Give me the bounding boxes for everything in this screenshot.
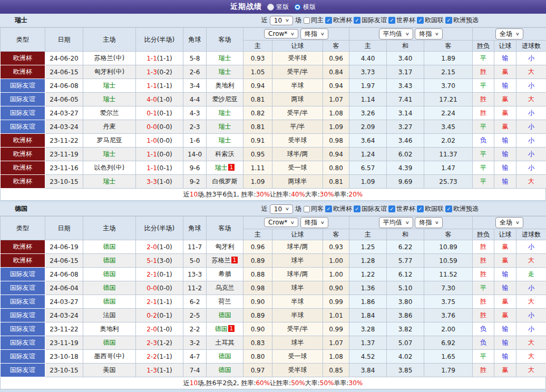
same-venue-checkbox[interactable] <box>304 17 310 24</box>
competition-filter-世界杯[interactable]: ✓世界杯 <box>388 16 415 25</box>
handicap-cell: 受一球 <box>272 161 323 175</box>
competition-filter-欧国联[interactable]: ✓欧国联 <box>417 204 444 213</box>
handicap-cell: 球半 <box>272 254 323 268</box>
final-odds-select[interactable]: 终指∨ <box>300 217 328 228</box>
column-header-1: 日期 <box>45 217 83 240</box>
handicap-cell: 受半球 <box>272 52 323 65</box>
competition-checkbox[interactable]: ✓ <box>445 17 452 24</box>
score-cell: 2-2(1-1) <box>136 350 183 364</box>
competition-checkbox[interactable]: ✓ <box>417 205 424 212</box>
summary-row: 近10场,胜6平2负2, 胜率:60% 让胜率:50% 大率:50% 单率:30… <box>0 377 546 389</box>
match-row: 国际友谊24-06-08德国2-1(0-1)13-3希腊0.88球半/两1.00… <box>1 268 546 281</box>
handicap-result-cell: 赢 <box>494 364 516 377</box>
competition-filter-欧国联[interactable]: ✓欧国联 <box>417 16 444 25</box>
goals-result-cell: 大 <box>516 175 546 189</box>
win-draw-loss-cell: 平 <box>473 350 494 364</box>
final-average-select[interactable]: 终指∨ <box>415 28 443 40</box>
away-team-cell: 瑞士 <box>207 134 243 148</box>
halftime-score: (0-1) <box>157 110 172 117</box>
summary-text-segment: 30% <box>349 379 363 387</box>
average-select[interactable]: 平均值∨ <box>379 28 413 40</box>
score-cell: 0-0(0-0) <box>136 120 183 134</box>
fulltime-score: 4-0 <box>147 96 157 103</box>
competition-checkbox[interactable]: ✓ <box>388 205 395 212</box>
match-row: 国际友谊24-06-08瑞士1-1(1-1)3-4奥地利0.94半球0.941.… <box>1 79 546 93</box>
radio-icon-horizontal[interactable] <box>294 4 301 11</box>
competition-filter-欧洲预选[interactable]: ✓欧洲预选 <box>445 16 479 25</box>
corners-cell: 7-4 <box>183 364 207 377</box>
score-cell: 1-1(0-1) <box>136 161 183 175</box>
home-odds-cell: 0.88 <box>243 268 272 281</box>
handicap-cell: 平/半 <box>272 120 323 134</box>
home-team-name: 奥地利 <box>100 325 119 332</box>
corners-cell: 14-0 <box>183 148 207 161</box>
match-scope-select[interactable]: 全场∨ <box>495 217 523 228</box>
match-date-cell: 23-10-18 <box>45 350 83 364</box>
final-average-select[interactable]: 终指∨ <box>415 217 443 228</box>
competition-label: 欧国联 <box>425 204 444 213</box>
match-scope-select[interactable]: 全场∨ <box>495 28 523 40</box>
competition-filter-欧洲杯[interactable]: ✓欧洲杯 <box>325 204 352 213</box>
odds-company-select[interactable]: Crow*∨ <box>264 218 298 227</box>
goals-result-cell: 小 <box>516 148 546 161</box>
avg-draw-odds-cell: 3.17 <box>387 65 424 79</box>
competition-filter-欧洲预选[interactable]: ✓欧洲预选 <box>445 204 479 213</box>
radio-icon-vertical[interactable] <box>267 4 274 11</box>
avg-away-odds-cell: 3.76 <box>424 309 473 322</box>
team-name: 瑞士 <box>15 16 27 25</box>
competition-checkbox[interactable]: ✓ <box>417 17 424 24</box>
header-row-groups: 类型日期主场比分(半场)角球客场Crow*∨ 终指∨平均值∨ 终指∨全场∨ <box>1 28 546 41</box>
same-venue-filter[interactable]: 同客 <box>304 204 324 213</box>
handicap-cell: 半球 <box>272 309 323 322</box>
avg-away-odds-cell: 3.45 <box>424 120 473 134</box>
competition-checkbox[interactable]: ✓ <box>354 205 360 212</box>
goals-result-cell: 小 <box>516 161 546 175</box>
halftime-score: (1-1) <box>157 298 172 306</box>
competition-filter-国际友谊[interactable]: ✓国际友谊 <box>354 204 387 213</box>
corners-cell: 4-7 <box>183 350 207 364</box>
competition-checkbox[interactable]: ✓ <box>325 205 332 212</box>
home-odds-cell: 0.91 <box>243 134 272 148</box>
away-odds-cell: 0.99 <box>323 322 349 336</box>
win-draw-loss-cell: 平 <box>473 79 494 93</box>
halftime-score: (1-0) <box>157 243 172 251</box>
competition-filter-世界杯[interactable]: ✓世界杯 <box>388 204 415 213</box>
competition-checkbox[interactable]: ✓ <box>388 17 395 24</box>
corners-cell: 13-3 <box>183 268 207 281</box>
score-cell: 1-1(1-1) <box>136 52 183 65</box>
home-team-cell: 苏格兰(中) <box>83 52 136 65</box>
home-team-name: 苏格兰(中) <box>94 54 124 62</box>
chevron-down-icon: ∨ <box>290 32 295 36</box>
corners-cell: 11-2 <box>183 281 207 295</box>
competition-checkbox[interactable]: ✓ <box>354 17 360 24</box>
chevron-down-icon: ∨ <box>320 220 325 225</box>
final-odds-select[interactable]: 终指∨ <box>300 28 328 40</box>
handicap-cell: 半球 <box>272 79 323 93</box>
rounds-select[interactable]: 10∨ <box>270 16 293 25</box>
home-team-name: 美国 <box>103 366 116 374</box>
competition-checkbox[interactable]: ✓ <box>445 205 452 212</box>
away-team-name: 瑞士 <box>219 54 231 62</box>
summary-text-segment: 让胜率: <box>270 190 291 199</box>
goals-result-cell: 小 <box>516 52 546 65</box>
avg-home-odds-cell: 1.36 <box>349 281 387 295</box>
same-venue-checkbox[interactable] <box>304 206 310 212</box>
competition-filter-国际友谊[interactable]: ✓国际友谊 <box>354 16 387 25</box>
sub-header-3: 主 <box>349 229 387 240</box>
halftime-score: (0-0) <box>157 285 172 292</box>
summary-text-segment: 近 <box>183 190 190 199</box>
avg-draw-odds-cell: 7.41 <box>387 93 424 106</box>
match-date-cell: 24-03-27 <box>45 295 83 309</box>
odds-company-select[interactable]: Crow*∨ <box>264 29 298 38</box>
radio-horizontal-layout[interactable]: 横版 <box>294 3 316 12</box>
match-date-cell: 24-06-15 <box>45 254 83 268</box>
away-odds-cell: 1.08 <box>323 350 349 364</box>
rounds-select[interactable]: 10∨ <box>270 204 293 214</box>
same-venue-filter[interactable]: 同主 <box>304 16 324 25</box>
competition-filter-欧洲杯[interactable]: ✓欧洲杯 <box>325 16 352 25</box>
column-header-4: 角球 <box>183 217 207 240</box>
average-select[interactable]: 平均值∨ <box>379 217 413 228</box>
competition-checkbox[interactable]: ✓ <box>325 17 332 24</box>
odds-company-select-label: Crow* <box>268 219 287 226</box>
radio-vertical-layout[interactable]: 竖版 <box>267 3 289 12</box>
